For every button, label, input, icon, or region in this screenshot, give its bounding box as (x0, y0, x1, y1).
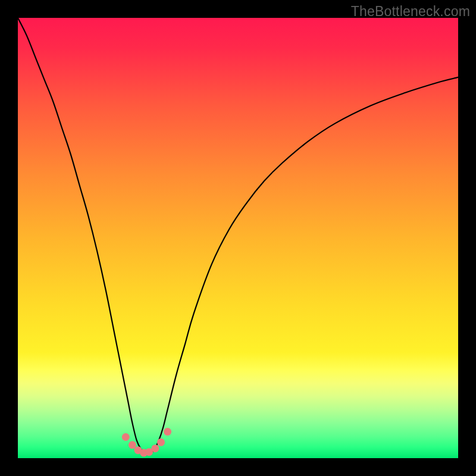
curve-marker (122, 433, 130, 441)
watermark-text: TheBottleneck.com (351, 4, 470, 20)
chart-frame: TheBottleneck.com (0, 0, 476, 476)
curve-marker (129, 441, 136, 449)
curve-marker (151, 444, 159, 452)
bottleneck-chart (18, 18, 458, 458)
gradient-background (18, 18, 458, 458)
curve-marker (157, 439, 165, 446)
plot-area (18, 18, 458, 458)
curve-marker (164, 428, 171, 436)
